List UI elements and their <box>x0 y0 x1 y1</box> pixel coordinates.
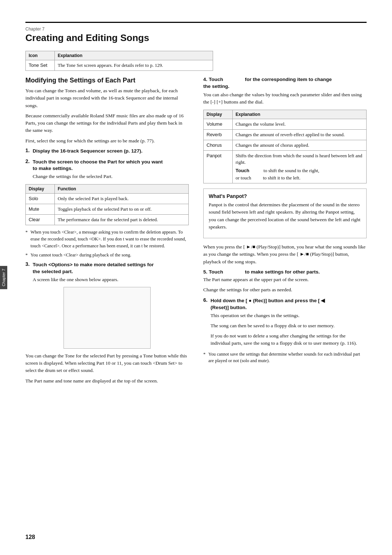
section-title: Modifying the Settings of Each Part <box>25 77 189 84</box>
df-function-header: Function <box>55 184 189 193</box>
step-3-sub: the selected part. <box>33 269 73 274</box>
step-1-text: Display the 16-track Sequencer screen (p… <box>33 148 142 154</box>
play-stop-text: When you press the [ ►/■ (Play/Stop)] bu… <box>203 243 367 266</box>
table-row: Panpot Shifts the direction from which t… <box>204 151 367 183</box>
chapter-tab: Chapter 7 <box>0 266 7 289</box>
reverb-desc: Changes the amount of reverb effect appl… <box>233 129 367 140</box>
step-2: 2. Touch the screen to choose the Part f… <box>25 158 189 181</box>
df-display-header: Display <box>26 184 55 193</box>
right-column: 4. Touch for the corresponding item to c… <box>203 77 367 388</box>
page-number: 128 <box>25 534 35 540</box>
step-2-body: Change the settings for the selected Par… <box>33 173 189 180</box>
step-4-header: 4. Touch for the corresponding item to c… <box>203 77 367 82</box>
step-6-body1: This operation set the changes in the se… <box>211 312 367 319</box>
volume-cell: Volume <box>204 119 233 129</box>
rt-explanation-header: Explanation <box>233 110 367 119</box>
chapter-title: Creating and Editing Songs <box>25 32 367 44</box>
step-5-desc: to make settings for other parts. <box>245 269 320 275</box>
table-row: Tone Set The Tone Set screen appears. Fo… <box>26 60 213 71</box>
step-6-sub: (Reset)] button. <box>211 305 247 310</box>
screenshot-note-1: You can change the Tone for the selected… <box>25 352 189 374</box>
step-5-num: 5. <box>203 269 207 275</box>
solo-desc: Only the selected Part is played back. <box>55 193 189 204</box>
page: Chapter 7 Chapter 7 Creating and Editing… <box>0 0 392 555</box>
volume-desc: Changes the volume level. <box>233 119 367 129</box>
step-3: 3. Touch <Options> to make more detailed… <box>25 261 189 283</box>
intro-para-1: You can change the Tones and volume, as … <box>25 87 189 109</box>
two-col-layout: Modifying the Settings of Each Part You … <box>25 77 367 388</box>
mute-desc: Toggles playback of the selected Part to… <box>55 204 189 214</box>
intro-para-3: First, select the song for which the set… <box>25 137 189 145</box>
table-row: Reverb Changes the amount of reverb effe… <box>204 129 367 140</box>
screenshot-note-2: The Part name and tone name are displaye… <box>25 377 189 385</box>
panpot-cell: Panpot <box>204 151 233 183</box>
table-row: Clear The performance data for the selec… <box>26 215 189 225</box>
reverb-cell: Reverb <box>204 129 233 140</box>
screenshot-box <box>64 287 151 349</box>
display-function-table: Display Function Solo Only the selected … <box>25 184 189 226</box>
step-2-text: Touch the screen to choose the Part for … <box>33 159 163 165</box>
mute-cell: Mute <box>26 204 55 214</box>
col-explanation-header: Explanation <box>55 51 213 60</box>
step-6-body2: The song can then be saved to a floppy d… <box>211 322 367 329</box>
chapter-label: Chapter 7 <box>25 27 367 32</box>
table-row: Chorus Changes the amount of chorus appl… <box>204 140 367 151</box>
step-5-header: 5. Touch to make settings for other part… <box>203 269 367 275</box>
step-5-body2: Change the settings for other parts as n… <box>203 286 367 293</box>
col-icon-header: Icon <box>26 51 55 60</box>
step-6-num: 6. <box>203 297 208 303</box>
step-6-text: Hold down the [ ● (Rec)] button and pres… <box>211 298 325 303</box>
step-5: 5. Touch to make settings for other part… <box>203 269 367 294</box>
step-5-body1: The Part name appears at the upper part … <box>203 276 367 283</box>
step-4-sub: the setting. <box>203 84 367 89</box>
step-1-num: 1. <box>25 147 30 153</box>
step-2-num: 2. <box>25 158 30 164</box>
step-3-num: 3. <box>25 261 30 267</box>
table-row: Mute Toggles playback of the selected Pa… <box>26 204 189 214</box>
step-3-body: A screen like the one shown below appear… <box>33 276 189 283</box>
right-display-table: Display Explanation Volume Changes the v… <box>203 110 367 183</box>
explanation-cell: The Tone Set screen appears. For details… <box>55 60 213 71</box>
step-4: 4. Touch for the corresponding item to c… <box>203 77 367 106</box>
table-row: Volume Changes the volume level. <box>204 119 367 129</box>
footnote-final: You cannot save the settings that determ… <box>203 351 367 365</box>
step-4-body: You can also change the values by touchi… <box>203 91 367 106</box>
clear-cell: Clear <box>26 215 55 225</box>
step-5-touch: Touch <box>209 269 223 275</box>
footnote-2: You cannot touch <Clear> during playback… <box>25 252 189 259</box>
step-6-body3: If you do not want to delete a song afte… <box>211 332 367 347</box>
icon-cell: Tone Set <box>26 60 55 71</box>
step-4-num: 4. <box>203 77 207 82</box>
icon-explanation-table: Icon Explanation Tone Set The Tone Set s… <box>25 51 213 71</box>
whats-panpot-title: What's Panpot? <box>209 193 361 199</box>
rt-display-header: Display <box>204 110 233 119</box>
step-4-touch: Touch <box>209 77 223 82</box>
panpot-desc: Shifts the direction from which the soun… <box>233 151 367 183</box>
chapter-heading: Chapter 7 Creating and Editing Songs <box>25 22 367 44</box>
step-6: 6. Hold down the [ ● (Rec)] button and p… <box>203 297 367 347</box>
step-1: 1. Display the 16-track Sequencer screen… <box>25 147 189 155</box>
step-2-sub: to make settings. <box>33 166 73 171</box>
intro-para-2: Because commercially available Roland SM… <box>25 112 189 134</box>
left-column: Modifying the Settings of Each Part You … <box>25 77 189 388</box>
whats-panpot-body: Panpot is the control that determines th… <box>209 201 361 231</box>
step-4-desc: for the corresponding item to change <box>245 77 332 82</box>
footnote-1: When you touch <Clear>, a message asking… <box>25 229 189 249</box>
step-3-text: Touch <Options> to make more detailed se… <box>33 262 154 267</box>
chorus-desc: Changes the amount of chorus applied. <box>233 140 367 151</box>
clear-desc: The performance data for the selected pa… <box>55 215 189 225</box>
whats-panpot-box: What's Panpot? Panpot is the control tha… <box>203 189 367 238</box>
chorus-cell: Chorus <box>204 140 233 151</box>
solo-cell: Solo <box>26 193 55 204</box>
table-row: Solo Only the selected Part is played ba… <box>26 193 189 204</box>
